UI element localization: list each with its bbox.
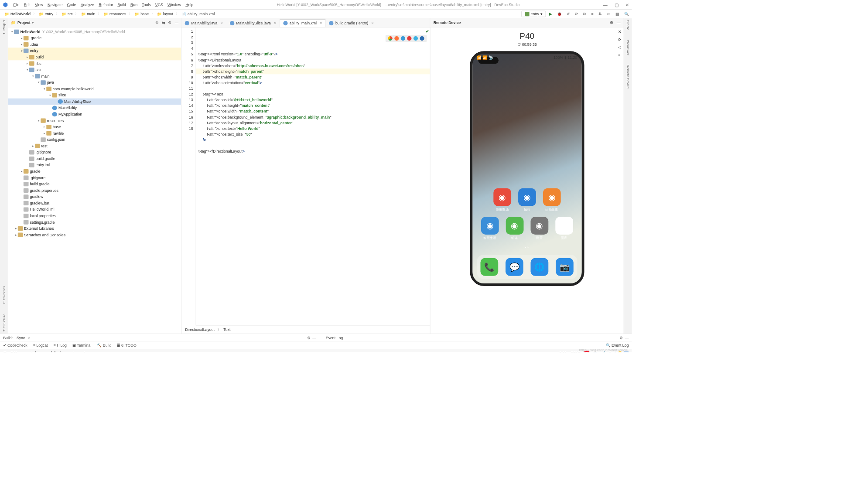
code-line[interactable]: t-attr">ohos:text="Hello World" <box>198 126 430 131</box>
close-tab-icon[interactable]: × <box>372 21 374 25</box>
avd-button[interactable]: ▭ <box>607 12 610 16</box>
tree-node[interactable]: ▸rawfile <box>8 130 181 136</box>
tree-node[interactable]: entry.iml <box>8 162 181 168</box>
close-tab-icon[interactable]: × <box>28 335 31 340</box>
open-in-browser-bar[interactable] <box>386 35 427 42</box>
code-line[interactable] <box>198 143 430 149</box>
circle-icon[interactable]: ○ <box>618 53 621 57</box>
breadcrumb-item[interactable]: 📁 layout <box>156 11 174 17</box>
tree-node[interactable]: gradle.properties <box>8 187 181 194</box>
menu-view[interactable]: View <box>35 2 43 7</box>
hide-icon[interactable]: — <box>174 20 178 25</box>
tree-node[interactable]: config.json <box>8 136 181 143</box>
tree-node[interactable]: ▸gradle <box>8 168 181 175</box>
breadcrumb-item[interactable]: 📁 base <box>133 11 150 17</box>
code-line[interactable]: t-tag"></DirectionalLayout> <box>198 149 430 154</box>
menu-build[interactable]: Build <box>117 2 126 7</box>
settings-icon[interactable]: ⚙ <box>168 20 171 25</box>
locate-icon[interactable]: ⊕ <box>155 20 158 25</box>
tool-tab-remote-device[interactable]: Remote Device <box>626 65 630 89</box>
code-line[interactable]: t-attr">ohos:width="match_parent" <box>198 74 430 80</box>
code-line[interactable]: t-attr">ohos:height="match_parent" <box>198 68 430 74</box>
profile-button[interactable]: ⟳ <box>575 12 578 16</box>
tree-node[interactable]: ▾src <box>8 67 181 73</box>
close-device-icon[interactable]: ✕ <box>618 30 621 34</box>
code-editor[interactable]: ✔ t-tag"><?xml version="1.0" encoding="u… <box>196 27 430 326</box>
sdk-button[interactable]: ▦ <box>615 12 619 16</box>
menu-code[interactable]: Code <box>67 2 76 7</box>
close-button[interactable]: ✕ <box>625 2 629 7</box>
search-button[interactable]: 🔍 <box>624 12 629 16</box>
bottom-tab-build[interactable]: 🔨 Build <box>97 343 111 348</box>
code-line[interactable]: t-attr">ohos:id="$+id:text_helloworld" <box>198 97 430 103</box>
breadcrumb-item[interactable]: 📁 main <box>80 11 97 17</box>
app-icon[interactable]: ◉图库 <box>555 217 573 240</box>
back-icon[interactable]: ◁ <box>618 45 621 49</box>
project-tree[interactable]: ▾HelloWorldY:\002_WorkSpace\005_HarmonyO… <box>8 27 181 334</box>
gear-icon[interactable]: ⚙ <box>619 335 623 340</box>
tree-node[interactable]: ▾entry <box>8 48 181 54</box>
dock-icon[interactable]: 🌐 <box>530 258 548 276</box>
breadcrumb-item[interactable]: 📁 resources <box>102 11 127 17</box>
app-icon[interactable]: ◉应用市场 <box>493 188 511 212</box>
app-icon[interactable]: ◉运动健康 <box>543 188 561 212</box>
tree-node[interactable]: .gitignore <box>8 174 181 181</box>
menu-tools[interactable]: Tools <box>142 2 150 7</box>
tool-tab-previewer[interactable]: Previewer <box>626 40 630 55</box>
breadcrumb-item[interactable]: 📄 ability_main.xml <box>180 11 216 17</box>
tree-node[interactable]: HelloWorld.iml <box>8 206 181 213</box>
firefox-icon[interactable] <box>394 36 399 41</box>
code-line[interactable]: t-tag"><DirectionalLayout <box>198 57 430 63</box>
tree-node[interactable]: ▸.idea <box>8 41 181 48</box>
tree-node[interactable]: ▾com.example.helloworld <box>8 86 181 92</box>
code-line[interactable]: t-attr">xmlns:ohos="http://schemas.huawe… <box>198 63 430 68</box>
bottom-tab-hilog[interactable]: ≡ HiLog <box>54 343 67 348</box>
phone-dock[interactable]: 📞💬🌐📷 <box>477 255 577 279</box>
menu-refactor[interactable]: Refactor <box>99 2 113 7</box>
build-sync-tab[interactable]: Sync <box>17 335 25 340</box>
hide-icon[interactable]: — <box>617 20 621 25</box>
close-tab-icon[interactable]: × <box>320 21 322 25</box>
tool-tab-gradle[interactable]: Gradle <box>626 20 630 30</box>
app-icon[interactable]: ◉畅连 <box>506 217 523 240</box>
tree-node[interactable]: ▾resources <box>8 117 181 124</box>
event-log-tab[interactable]: 🔍 Event Log <box>606 343 629 348</box>
tree-node[interactable]: ▾main <box>8 73 181 79</box>
app-icon[interactable]: ◉设置 <box>530 217 548 240</box>
tool-tab-structure[interactable]: 7: Structure <box>2 314 6 331</box>
tree-node[interactable]: MyApplication <box>8 111 181 118</box>
tree-node[interactable]: ▸base <box>8 124 181 130</box>
settings-icon[interactable]: ⚙ <box>610 20 613 25</box>
code-line[interactable]: t-attr">ohos:orientation="vertical"> <box>198 80 430 85</box>
tree-node[interactable]: .gitignore <box>8 149 181 156</box>
menu-file[interactable]: File <box>14 2 20 7</box>
editor-tab[interactable]: MainAbility.java× <box>181 19 226 27</box>
edge-icon[interactable] <box>420 36 424 41</box>
tree-node[interactable]: gradlew <box>8 194 181 200</box>
dock-icon[interactable]: 📷 <box>556 258 574 276</box>
tree-node[interactable]: ▸build <box>8 54 181 61</box>
menu-help[interactable]: Help <box>185 2 193 7</box>
tool-tab-project[interactable]: 1: Project <box>2 20 6 34</box>
maximize-button[interactable]: ▢ <box>615 2 619 7</box>
run-configuration[interactable]: entry ▾ <box>521 10 546 17</box>
bottom-tab-todo[interactable]: ≣ 6: TODO <box>117 343 136 348</box>
code-line[interactable]: t-tag"><?xml version="1.0" encoding="utf… <box>198 51 430 57</box>
tree-node[interactable]: build.gradle <box>8 181 181 187</box>
tree-node[interactable]: ▸.gradle <box>8 35 181 41</box>
menu-edit[interactable]: Edit <box>24 2 31 7</box>
code-line[interactable]: t-attr">ohos:width="match_content" <box>198 109 430 114</box>
code-crumb-child[interactable]: Text <box>223 327 230 332</box>
close-tab-icon[interactable]: × <box>221 21 223 25</box>
tree-node[interactable]: MainAbilitySlice <box>8 99 181 105</box>
code-line[interactable]: t-attr">ohos:background_element="$graphi… <box>198 114 430 120</box>
breadcrumb-item[interactable]: 📁 src <box>60 11 74 17</box>
minimize-button[interactable]: — <box>603 2 607 7</box>
bottom-tab-logcat[interactable]: ≡ Logcat <box>33 343 48 348</box>
tree-node[interactable]: MainAbility <box>8 105 181 111</box>
menu-vcs[interactable]: VCS <box>155 2 163 7</box>
app-icon[interactable]: ◉智慧生活 <box>481 217 499 240</box>
menu-run[interactable]: Run <box>130 2 137 7</box>
menu-analyze[interactable]: Analyze <box>81 2 94 7</box>
code-line[interactable]: t-attr">ohos:height="match_content" <box>198 103 430 109</box>
